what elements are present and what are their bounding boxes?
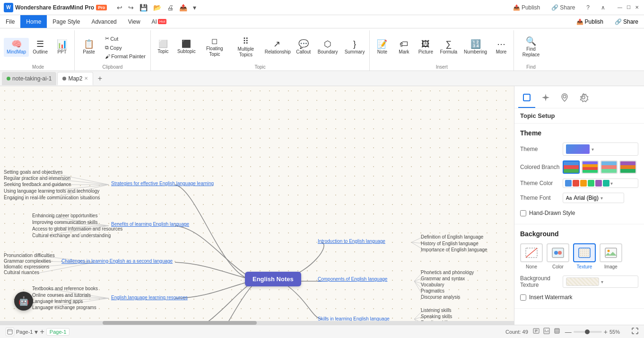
floating-topic-button[interactable]: ◻ Floating Topic <box>200 36 230 59</box>
zoom-out-button[interactable]: — <box>565 328 572 336</box>
note-button[interactable]: 📝 Note <box>372 38 392 57</box>
numbering-button[interactable]: 🔢 Numbering <box>461 38 490 57</box>
outline-button[interactable]: ☰ Outline <box>30 38 51 57</box>
formula-button[interactable]: ∑ Formula <box>437 38 460 57</box>
font-select[interactable]: Aa Arial (Big) ▾ <box>563 193 624 203</box>
note-label: Note <box>377 49 387 55</box>
panel-tab-sparkle[interactable] <box>537 90 554 108</box>
bg-option-image[interactable]: Image <box>600 243 622 269</box>
topic-button[interactable]: ⬜ Topic <box>153 38 174 56</box>
branch-challenges[interactable]: Challenges in learning English as a seco… <box>61 258 173 264</box>
branch-benefits[interactable]: Benefits of learning English language <box>111 222 189 227</box>
format-painter-label: Format Painter <box>111 53 146 59</box>
branch-resources[interactable]: English language learning resources <box>111 295 188 300</box>
paste-button[interactable]: 📋 Paste <box>77 38 101 57</box>
ppt-button[interactable]: 📊 PPT <box>52 38 72 57</box>
status-icon-1[interactable] <box>532 327 540 337</box>
more-insert-button[interactable]: ⋯ More <box>491 38 512 57</box>
branch-introduction[interactable]: Introduction to English language <box>318 239 385 244</box>
find-replace-button[interactable]: 🔍 Find Replace <box>516 35 546 60</box>
menu-view[interactable]: View <box>122 15 146 28</box>
bg-option-none[interactable]: None <box>520 243 543 269</box>
fullscreen-button[interactable] <box>632 328 638 336</box>
branch-option-1[interactable] <box>563 160 580 174</box>
tab-close-button[interactable]: ✕ <box>84 76 88 81</box>
zoom-slider-thumb[interactable] <box>585 329 590 334</box>
bg-option-color[interactable]: Color <box>547 243 569 269</box>
scrollbar-thumb[interactable] <box>103 321 257 325</box>
active-page-label[interactable]: Page-1 <box>46 328 70 336</box>
boundary-button[interactable]: ⬡ Boundary <box>315 38 341 57</box>
ribbon-share-label: Share <box>623 18 638 25</box>
minimize-button[interactable]: — <box>617 4 623 11</box>
color-palette-select[interactable]: ▾ <box>563 178 638 188</box>
branch-components[interactable]: Components of English language <box>318 276 387 282</box>
subtopic-button[interactable]: ⬛ Subtopic <box>174 38 199 56</box>
tab-label-1: note-taking-ai-1 <box>12 75 52 82</box>
help-button[interactable]: ? <box>583 3 593 12</box>
hand-drawn-checkbox[interactable] <box>520 210 526 216</box>
floating-topic-icon: ◻ <box>211 37 218 45</box>
mark-label: Mark <box>399 49 409 55</box>
tab-note-taking[interactable]: note-taking-ai-1 <box>2 72 56 85</box>
status-icon-2[interactable] <box>542 327 551 337</box>
theme-color-row: Theme Color ▾ <box>520 178 638 188</box>
horizontal-scrollbar[interactable] <box>0 321 514 325</box>
branch-option-3[interactable] <box>600 160 618 174</box>
cut-button[interactable]: ✂ Cut <box>102 35 148 43</box>
branch-option-2[interactable] <box>582 160 599 174</box>
relationship-button[interactable]: ↗ Relationship <box>262 38 292 57</box>
export-button[interactable]: 📤 <box>177 2 190 13</box>
canvas[interactable]: English Notes Strategies for effective E… <box>0 86 514 325</box>
status-icon-3[interactable] <box>553 327 561 337</box>
publish-button[interactable]: 📤 Publish <box>509 3 544 12</box>
bg-option-texture[interactable]: Texture <box>573 243 596 269</box>
add-page-button[interactable]: + <box>40 328 44 336</box>
bg-texture-select[interactable]: ▾ <box>563 276 638 288</box>
menu-page-style[interactable]: Page Style <box>47 15 86 28</box>
close-button[interactable]: ✕ <box>634 4 640 11</box>
ribbon-share-button[interactable]: 🔗 Share <box>609 18 644 25</box>
collapse-button[interactable]: ∧ <box>597 3 609 12</box>
zoom-in-button[interactable]: + <box>604 328 608 336</box>
branch-option-4[interactable] <box>619 160 636 174</box>
undo-button[interactable]: ↩ <box>114 2 125 13</box>
tab-map2[interactable]: Map2 ✕ <box>57 72 93 85</box>
watermark-checkbox[interactable] <box>520 294 526 301</box>
add-tab-button[interactable]: + <box>94 73 105 84</box>
more-button[interactable]: ▾ <box>191 2 199 13</box>
find-group-label: Find <box>526 64 535 71</box>
page-dropdown-btn[interactable]: ▾ <box>35 328 38 336</box>
maximize-button[interactable]: ☐ <box>625 4 632 11</box>
mindmap-button[interactable]: 🧠 MindMap <box>4 38 29 57</box>
panel-tab-topic-style[interactable] <box>518 90 535 108</box>
zoom-slider[interactable] <box>574 331 602 333</box>
page-layout-button[interactable] <box>6 328 14 336</box>
multiple-topics-button[interactable]: ⠿ Multiple Topics <box>231 35 261 60</box>
boundary-icon: ⬡ <box>324 40 331 48</box>
picture-button[interactable]: 🖼 Picture <box>415 38 436 57</box>
mark-button[interactable]: 🏷 Mark <box>393 38 414 57</box>
ribbon-publish-button[interactable]: 📤 Publish <box>571 18 609 25</box>
open-button[interactable]: 📂 <box>151 2 164 13</box>
panel-tab-location[interactable] <box>556 90 573 108</box>
menu-ai[interactable]: AI Hot <box>146 15 173 28</box>
colored-branch-label: Colored Branch <box>520 164 563 170</box>
format-painter-button[interactable]: 🖌 Format Painter <box>102 53 148 60</box>
ai-assistant-button[interactable]: 🤖 <box>14 292 33 311</box>
central-topic[interactable]: English Notes <box>245 272 301 286</box>
branch-strategies[interactable]: Strategies for effective English languag… <box>111 181 214 186</box>
print-button[interactable]: 🖨 <box>165 2 176 13</box>
theme-select[interactable]: ▾ <box>563 142 638 156</box>
menu-advanced[interactable]: Advanced <box>86 15 122 28</box>
callout-button[interactable]: 💬 Callout <box>293 38 314 57</box>
panel-tab-settings[interactable] <box>575 90 592 108</box>
insert-group-label: Insert <box>436 64 448 71</box>
menu-file[interactable]: File <box>0 15 20 28</box>
save-button[interactable]: 💾 <box>137 2 150 13</box>
summary-button[interactable]: } Summary <box>342 38 368 57</box>
copy-button[interactable]: ⧉ Copy <box>102 44 148 52</box>
menu-home[interactable]: Home <box>20 15 47 28</box>
redo-button[interactable]: ↪ <box>126 2 136 13</box>
share-button[interactable]: 🔗 Share <box>548 3 579 12</box>
